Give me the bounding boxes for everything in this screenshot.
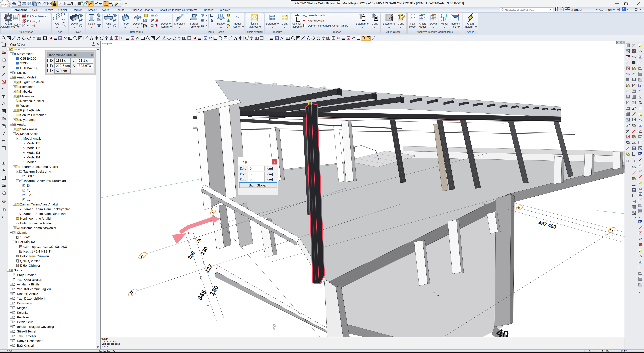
svg-text:Tasarım Spektrumu Durumları: Tasarım Spektrumu Durumları xyxy=(23,179,66,183)
svg-text:Kesit 1 / 1-1 KESİTİ: Kesit 1 / 1-1 KESİTİ xyxy=(23,250,52,253)
svg-text:Komut :: Komut : xyxy=(102,345,109,348)
svg-text:Çizimler: Çizimler xyxy=(17,231,28,234)
svg-text:A: A xyxy=(72,64,75,68)
svg-text:Tasarım Spektrumu Analizi: Tasarım Spektrumu Analizi xyxy=(20,165,58,168)
svg-text:Çelik Çizimleri: Çelik Çizimleri xyxy=(20,259,40,262)
svg-text:Proje Ayarları: Proje Ayarları xyxy=(18,30,34,33)
svg-text:+: + xyxy=(22,169,22,171)
svg-text:Model: Model xyxy=(409,25,416,28)
svg-text:Proje Hataları: Proje Hataları xyxy=(17,273,36,277)
svg-text:X: X xyxy=(51,59,54,62)
svg-text:Ex': Ex' xyxy=(26,193,31,197)
svg-text:Kolonlar: Kolonlar xyxy=(17,311,29,314)
svg-text:Perdeler: Perdeler xyxy=(17,316,29,319)
svg-text:N: N xyxy=(620,42,621,44)
svg-text:?: ? xyxy=(623,8,624,11)
svg-text:0: 0 xyxy=(250,178,252,181)
svg-text:Kiriş: Kiriş xyxy=(106,22,111,25)
svg-text:[cm]: [cm] xyxy=(266,178,273,181)
svg-text:ZEMİN KAT: ZEMİN KAT xyxy=(20,240,37,244)
svg-text:Değiştir: Değiştir xyxy=(73,8,82,12)
svg-text:Çelik: Çelik xyxy=(32,8,38,12)
svg-text:Görünüm: Görünüm xyxy=(599,8,612,12)
svg-text:Betonarme: Betonarme xyxy=(130,30,143,33)
svg-text:1: 1 xyxy=(54,18,56,20)
svg-text:Yapı Ağacı: Yapı Ağacı xyxy=(10,43,25,46)
svg-text:Analiz Modeli: Analiz Modeli xyxy=(17,76,36,79)
svg-text:Zaman Tanım Alanı Analizi: Zaman Tanım Alanı Analizi xyxy=(20,203,58,206)
svg-text:Tasarım: Tasarım xyxy=(465,25,474,28)
svg-text:Duvar: Duvar xyxy=(74,30,80,33)
svg-text:Radye: Radye xyxy=(234,22,242,25)
svg-text:Noktasal Kütleler: Noktasal Kütleler xyxy=(20,99,44,103)
svg-text:Dx :: Dx : xyxy=(240,166,246,170)
svg-text:Analiz: Analiz xyxy=(419,22,426,25)
svg-text:Çizim Oluştur: Çizim Oluştur xyxy=(386,30,402,33)
svg-text:Duvar: Duvar xyxy=(430,22,437,25)
svg-text:Bitir (Global): Bitir (Global) xyxy=(249,184,267,187)
svg-text:Analiz: Analiz xyxy=(17,123,26,126)
svg-text:Temel - Zemin: Temel - Zemin xyxy=(208,30,224,33)
svg-text:Modeli: Modeli xyxy=(419,25,426,28)
svg-text:İskele: İskele xyxy=(251,22,258,25)
svg-text:Tasarım: Tasarım xyxy=(14,48,25,51)
svg-text:S235: S235 xyxy=(20,62,28,65)
svg-text:*İptal*: *İptal* xyxy=(102,338,108,340)
svg-text:Kenarı: Kenarı xyxy=(233,25,240,28)
svg-text:Dz :: Dz : xyxy=(240,178,246,181)
svg-text:0: 0 xyxy=(250,166,252,170)
svg-text:Zaman Tanım Alanı Durumları: Zaman Tanım Alanı Durumları xyxy=(23,212,66,216)
svg-text:+: + xyxy=(24,143,25,145)
svg-text:Ey': Ey' xyxy=(26,198,31,202)
svg-text:+: + xyxy=(24,152,25,154)
svg-text:+: + xyxy=(24,148,25,150)
svg-text:Tekil Temeller: Tekil Temeller xyxy=(17,334,36,338)
svg-text:21.1 cm: 21.1 cm xyxy=(79,59,90,62)
svg-text:Sonuç: Sonuç xyxy=(14,268,23,272)
svg-text:Analiz ve Tasarım: Analiz ve Tasarım xyxy=(132,8,153,12)
svg-text:İskele Ayarları: İskele Ayarları xyxy=(246,30,262,33)
svg-text:Kirişler: Kirişler xyxy=(17,306,27,310)
svg-text:Bağ Kirişleri: Bağ Kirişleri xyxy=(17,344,34,347)
svg-text:Çelik: Çelik xyxy=(398,22,404,25)
svg-text:Yaylar: Yaylar xyxy=(20,104,29,107)
svg-text:Euler Burkulma Analizi: Euler Burkulma Analizi xyxy=(20,222,52,225)
svg-text:Malzemeler: Malzemeler xyxy=(17,52,34,56)
svg-text:ABC: ABC xyxy=(2,202,5,204)
svg-text:Kabuklar: Kabuklar xyxy=(20,90,33,93)
svg-text:Analiz: Analiz xyxy=(467,30,474,33)
svg-text:Tasarım: Tasarım xyxy=(273,30,282,33)
svg-text:Kat Kuvvetleri: Kat Kuvvetleri xyxy=(308,19,324,22)
svg-text:Modal E1: Modal E1 xyxy=(26,142,40,145)
svg-text:Temel: Temel xyxy=(189,25,196,28)
svg-text:A: A xyxy=(109,2,111,4)
svg-text:Ayarlar: Ayarlar xyxy=(102,8,110,12)
svg-text:T: T xyxy=(14,72,15,74)
svg-text:Deprem Yönetmeliği Genel Rapor: Deprem Yönetmeliği Genel Raporu xyxy=(308,24,348,27)
svg-text:Sürekli Temel: Sürekli Temel xyxy=(17,330,36,333)
svg-text:V: V xyxy=(622,42,624,44)
svg-text:Ey: Ey xyxy=(26,188,30,192)
svg-text:1. KAT: 1. KAT xyxy=(20,236,30,239)
svg-text:Yarı Rijit: Yarı Rijit xyxy=(26,24,36,27)
svg-text:Sürekli: Sürekli xyxy=(190,22,198,25)
svg-text:Kat: Kat xyxy=(14,23,18,26)
svg-text:[cm]: [cm] xyxy=(266,172,273,176)
svg-text:Kesitler: Kesitler xyxy=(17,71,28,74)
svg-text:Dinamik Analiz: Dinamik Analiz xyxy=(308,14,325,17)
svg-text:1183 cm: 1183 cm xyxy=(56,59,68,62)
svg-text:Birleşim: Birleşim xyxy=(44,8,53,12)
svg-text:Moment: Moment xyxy=(450,22,460,25)
svg-text:?!: ?! xyxy=(2,88,4,90)
svg-text:Birleşim Bölgesi Güvenliği: Birleşim Bölgesi Güvenliği xyxy=(17,325,54,328)
svg-text:Komut : undo/u: Komut : undo/u xyxy=(102,340,116,343)
svg-text:212.5 cm: 212.5 cm xyxy=(56,64,70,68)
svg-text:Z: Z xyxy=(51,69,53,73)
svg-text:Rijit Bağlantılar: Rijit Bağlantılar xyxy=(20,108,42,112)
svg-text:Y: Y xyxy=(51,64,54,68)
svg-text:Nonlineer İtme Analizi: Nonlineer İtme Analizi xyxy=(20,217,51,220)
svg-text:C25 B420C: C25 B420C xyxy=(20,57,37,60)
svg-text:3-3: 3-3 xyxy=(452,25,456,28)
svg-text:Kat Genel Ayarları: Kat Genel Ayarları xyxy=(27,14,48,18)
svg-text:Analiz ve Tasarım Görüntüleme: Analiz ve Tasarım Görüntüleme xyxy=(417,30,453,33)
